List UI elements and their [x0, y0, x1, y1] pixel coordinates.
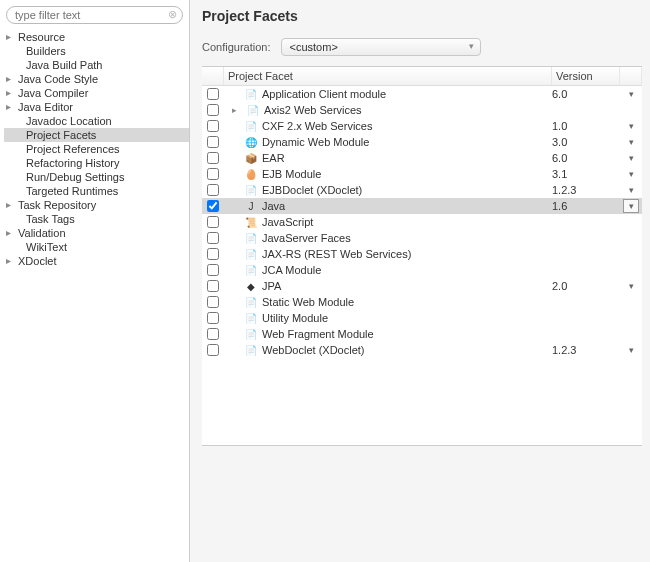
facet-checkbox[interactable] [207, 120, 219, 132]
facet-version: 6.0 [552, 88, 620, 100]
facet-checkbox[interactable] [207, 88, 219, 100]
facet-row[interactable]: 📦EAR6.0▾ [202, 150, 642, 166]
sidebar-item[interactable]: Project References [4, 142, 189, 156]
facet-row[interactable]: 📄Application Client module6.0▾ [202, 86, 642, 102]
col-dd-header [620, 67, 642, 85]
facet-checkbox[interactable] [207, 328, 219, 340]
facet-checkbox[interactable] [207, 168, 219, 180]
facet-row[interactable]: 📄JCA Module [202, 262, 642, 278]
facet-version: 1.2.3 [552, 344, 620, 356]
facet-header: Project Facet Version [202, 67, 642, 86]
sidebar-item[interactable]: Java Compiler [4, 86, 189, 100]
facet-icon: 📄 [246, 103, 260, 117]
filter-input[interactable] [6, 6, 183, 24]
facet-version: 1.2.3 [552, 184, 620, 196]
sidebar-item[interactable]: Project Facets [4, 128, 189, 142]
sidebar-item[interactable]: XDoclet [4, 254, 189, 268]
facet-row[interactable]: 📜JavaScript [202, 214, 642, 230]
facet-row[interactable]: 📄Utility Module [202, 310, 642, 326]
facet-checkbox[interactable] [207, 232, 219, 244]
facet-row[interactable]: 🥚EJB Module3.1▾ [202, 166, 642, 182]
sidebar-item[interactable]: Task Repository [4, 198, 189, 212]
facet-rows: 📄Application Client module6.0▾▸📄Axis2 We… [202, 86, 642, 358]
clear-icon[interactable]: ⊗ [168, 8, 177, 21]
facet-icon: 📦 [244, 151, 258, 165]
facet-icon: 📄 [244, 327, 258, 341]
sidebar-item[interactable]: WikiText [4, 240, 189, 254]
sidebar: ⊗ ResourceBuildersJava Build PathJava Co… [0, 0, 190, 562]
config-select[interactable]: <custom> [281, 38, 481, 56]
version-dropdown-button[interactable]: ▾ [620, 137, 642, 147]
facet-label: EAR [262, 152, 285, 164]
facet-checkbox[interactable] [207, 104, 219, 116]
page-title: Project Facets [202, 8, 642, 24]
sidebar-item[interactable]: Task Tags [4, 212, 189, 226]
facet-label: EJB Module [262, 168, 321, 180]
version-dropdown-button[interactable]: ▾ [620, 281, 642, 291]
facet-version: 6.0 [552, 152, 620, 164]
sidebar-item[interactable]: Java Editor [4, 100, 189, 114]
facet-checkbox[interactable] [207, 200, 219, 212]
facet-label: Java [262, 200, 285, 212]
version-dropdown-button[interactable]: ▾ [620, 185, 642, 195]
facet-icon: 📄 [244, 295, 258, 309]
sidebar-item[interactable]: Validation [4, 226, 189, 240]
facet-label: JPA [262, 280, 281, 292]
facet-checkbox[interactable] [207, 136, 219, 148]
version-dropdown-button[interactable]: ▾ [620, 89, 642, 99]
facet-version: 1.0 [552, 120, 620, 132]
facet-row[interactable]: 📄JAX-RS (REST Web Services) [202, 246, 642, 262]
sidebar-item[interactable]: Java Code Style [4, 72, 189, 86]
sidebar-item[interactable]: Run/Debug Settings [4, 170, 189, 184]
facet-label: JCA Module [262, 264, 321, 276]
facet-icon: 📄 [244, 263, 258, 277]
col-facet-header[interactable]: Project Facet [224, 67, 552, 85]
sidebar-item[interactable]: Targeted Runtimes [4, 184, 189, 198]
version-dropdown-button[interactable]: ▾ [620, 153, 642, 163]
facet-row[interactable]: ▸📄Axis2 Web Services [202, 102, 642, 118]
facet-checkbox[interactable] [207, 312, 219, 324]
facet-icon: 📄 [244, 119, 258, 133]
facet-label: JavaScript [262, 216, 313, 228]
facet-checkbox[interactable] [207, 152, 219, 164]
facet-checkbox[interactable] [207, 280, 219, 292]
sidebar-item[interactable]: Javadoc Location [4, 114, 189, 128]
sidebar-item[interactable]: Refactoring History [4, 156, 189, 170]
facet-row[interactable]: JJava1.6▾ [202, 198, 642, 214]
facet-label: JavaServer Faces [262, 232, 351, 244]
facet-row[interactable]: ◆JPA2.0▾ [202, 278, 642, 294]
sidebar-item[interactable]: Builders [4, 44, 189, 58]
facet-icon: 🌐 [244, 135, 258, 149]
facet-row[interactable]: 📄EJBDoclet (XDoclet)1.2.3▾ [202, 182, 642, 198]
facet-row[interactable]: 📄WebDoclet (XDoclet)1.2.3▾ [202, 342, 642, 358]
facet-checkbox[interactable] [207, 296, 219, 308]
facet-version: 1.6 [552, 200, 620, 212]
facet-icon: 📜 [244, 215, 258, 229]
config-value: <custom> [290, 41, 338, 53]
facet-row[interactable]: 🌐Dynamic Web Module3.0▾ [202, 134, 642, 150]
facet-row[interactable]: 📄JavaServer Faces [202, 230, 642, 246]
col-check-header [202, 67, 224, 85]
facet-icon: 📄 [244, 311, 258, 325]
facet-label: Dynamic Web Module [262, 136, 369, 148]
facet-row[interactable]: 📄Static Web Module [202, 294, 642, 310]
facet-checkbox[interactable] [207, 184, 219, 196]
facet-label: EJBDoclet (XDoclet) [262, 184, 362, 196]
version-dropdown-button[interactable]: ▾ [620, 121, 642, 131]
expand-icon[interactable]: ▸ [232, 105, 242, 115]
facet-icon: 📄 [244, 247, 258, 261]
col-version-header[interactable]: Version [552, 67, 620, 85]
version-dropdown-button[interactable]: ▾ [620, 169, 642, 179]
facet-row[interactable]: 📄Web Fragment Module [202, 326, 642, 342]
sidebar-item[interactable]: Java Build Path [4, 58, 189, 72]
version-dropdown-button[interactable]: ▾ [620, 345, 642, 355]
facet-checkbox[interactable] [207, 248, 219, 260]
facet-label: Application Client module [262, 88, 386, 100]
facet-checkbox[interactable] [207, 344, 219, 356]
facet-row[interactable]: 📄CXF 2.x Web Services1.0▾ [202, 118, 642, 134]
sidebar-item[interactable]: Resource [4, 30, 189, 44]
facet-checkbox[interactable] [207, 264, 219, 276]
facet-checkbox[interactable] [207, 216, 219, 228]
version-dropdown-button[interactable]: ▾ [623, 199, 639, 213]
facet-icon: 📄 [244, 343, 258, 357]
